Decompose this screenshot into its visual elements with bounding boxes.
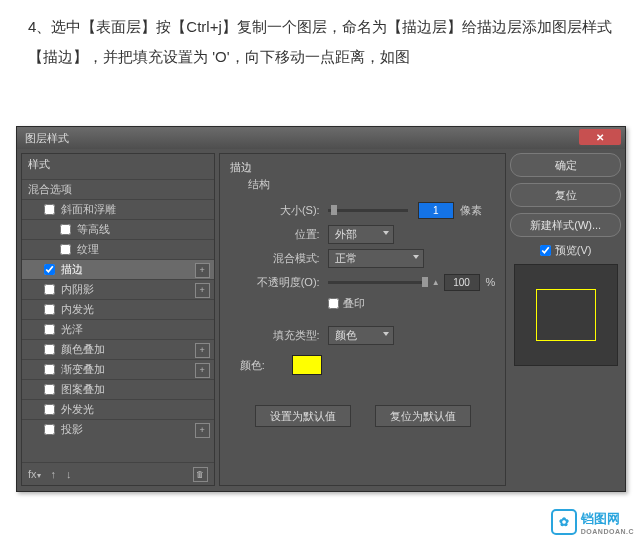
inner-glow-row[interactable]: 内发光	[22, 299, 214, 319]
preview-box	[514, 264, 618, 366]
overprint-row[interactable]: 叠印	[328, 296, 496, 311]
filltype-value: 颜色	[335, 328, 357, 343]
inner-glow-check[interactable]	[44, 304, 55, 315]
inner-shadow-check[interactable]	[44, 284, 55, 295]
preview-check[interactable]	[540, 245, 551, 256]
overprint-check[interactable]	[328, 298, 339, 309]
size-unit: 像素	[460, 203, 482, 218]
size-label: 大小(S):	[230, 203, 320, 218]
bevel-row[interactable]: 斜面和浮雕	[22, 199, 214, 219]
row-label: 投影	[61, 422, 83, 437]
close-icon: ✕	[596, 132, 604, 143]
stroke-check[interactable]	[44, 264, 55, 275]
opacity-field[interactable]: 100	[444, 274, 480, 291]
styles-header: 样式	[22, 154, 214, 179]
overprint-label: 叠印	[343, 296, 365, 311]
watermark-icon: ✿	[551, 509, 577, 535]
chevron-down-icon	[383, 332, 389, 336]
drop-shadow-check[interactable]	[44, 424, 55, 435]
gradient-overlay-check[interactable]	[44, 364, 55, 375]
pattern-overlay-check[interactable]	[44, 384, 55, 395]
styles-footer: fx▾ ↑ ↓ 🗑	[22, 462, 214, 485]
row-label: 外发光	[61, 402, 94, 417]
panel-title: 描边	[230, 160, 496, 175]
styles-list: 样式 混合选项 斜面和浮雕 等高线 纹理 描边+ 内阴影+ 内发光 光泽 颜色叠…	[21, 153, 215, 486]
watermark: ✿ 铛图网 DOANDOAN.C	[551, 509, 634, 535]
blendmode-dropdown[interactable]: 正常	[328, 249, 424, 268]
satin-check[interactable]	[44, 324, 55, 335]
row-label: 等高线	[77, 222, 110, 237]
row-label: 内阴影	[61, 282, 94, 297]
preview-row[interactable]: 预览(V)	[510, 243, 621, 258]
add-ishadow-button[interactable]: +	[195, 283, 210, 298]
texture-check[interactable]	[60, 244, 71, 255]
blendmode-value: 正常	[335, 251, 357, 266]
satin-row[interactable]: 光泽	[22, 319, 214, 339]
blending-options-row[interactable]: 混合选项	[22, 179, 214, 199]
dialog-title: 图层样式	[25, 131, 69, 146]
close-button[interactable]: ✕	[579, 129, 621, 145]
row-label: 颜色叠加	[61, 342, 105, 357]
chevron-down-icon	[413, 255, 419, 259]
size-slider[interactable]	[328, 209, 408, 212]
blendmode-label: 混合模式:	[230, 251, 320, 266]
gradient-overlay-row[interactable]: 渐变叠加+	[22, 359, 214, 379]
color-swatch[interactable]	[292, 355, 322, 375]
watermark-sub: DOANDOAN.C	[581, 528, 634, 535]
watermark-text: 铛图网	[581, 510, 634, 528]
chevron-down-icon	[383, 231, 389, 235]
inner-shadow-row[interactable]: 内阴影+	[22, 279, 214, 299]
add-gradient-button[interactable]: +	[195, 363, 210, 378]
make-default-button[interactable]: 设置为默认值	[255, 405, 351, 427]
texture-row[interactable]: 纹理	[22, 239, 214, 259]
filltype-label: 填充类型:	[230, 328, 320, 343]
trash-icon[interactable]: 🗑	[193, 467, 208, 482]
row-label: 纹理	[77, 242, 99, 257]
instruction-text: 4、选中【表面层】按【Ctrl+j】复制一个图层，命名为【描边层】给描边层添加图…	[0, 0, 640, 82]
right-column: 确定 复位 新建样式(W)... 预览(V)	[510, 153, 621, 486]
color-overlay-check[interactable]	[44, 344, 55, 355]
outer-glow-check[interactable]	[44, 404, 55, 415]
color-label: 颜色:	[240, 358, 284, 373]
add-stroke-button[interactable]: +	[195, 263, 210, 278]
pattern-overlay-row[interactable]: 图案叠加	[22, 379, 214, 399]
row-label: 混合选项	[28, 182, 72, 197]
reset-default-button[interactable]: 复位为默认值	[375, 405, 471, 427]
structure-label: 结构	[248, 177, 496, 192]
row-label: 渐变叠加	[61, 362, 105, 377]
down-arrow-icon[interactable]: ↓	[66, 468, 72, 480]
position-dropdown[interactable]: 外部	[328, 225, 394, 244]
opacity-slider[interactable]	[328, 281, 428, 284]
row-label: 描边	[61, 262, 83, 277]
ok-button[interactable]: 确定	[510, 153, 621, 177]
bevel-check[interactable]	[44, 204, 55, 215]
preview-rect	[536, 289, 596, 341]
size-field[interactable]: 1	[418, 202, 454, 219]
stroke-row[interactable]: 描边+	[22, 259, 214, 279]
position-value: 外部	[335, 227, 357, 242]
opacity-unit: %	[486, 276, 496, 288]
row-label: 内发光	[61, 302, 94, 317]
fx-icon[interactable]: fx▾	[28, 468, 41, 480]
color-overlay-row[interactable]: 颜色叠加+	[22, 339, 214, 359]
up-arrow-icon[interactable]: ↑	[51, 468, 57, 480]
row-label: 斜面和浮雕	[61, 202, 116, 217]
filltype-dropdown[interactable]: 颜色	[328, 326, 394, 345]
cancel-button[interactable]: 复位	[510, 183, 621, 207]
row-label: 光泽	[61, 322, 83, 337]
dialog-titlebar[interactable]: 图层样式 ✕	[17, 127, 625, 149]
new-style-button[interactable]: 新建样式(W)...	[510, 213, 621, 237]
stroke-panel: 描边 结构 大小(S): 1 像素 位置: 外部 混合模式: 正常	[219, 153, 507, 486]
contour-row[interactable]: 等高线	[22, 219, 214, 239]
add-color-button[interactable]: +	[195, 343, 210, 358]
opacity-label: 不透明度(O):	[230, 275, 320, 290]
position-label: 位置:	[230, 227, 320, 242]
contour-check[interactable]	[60, 224, 71, 235]
preview-label: 预览(V)	[555, 243, 592, 258]
outer-glow-row[interactable]: 外发光	[22, 399, 214, 419]
add-dshadow-button[interactable]: +	[195, 423, 210, 438]
slider-tick-icon: ▲	[432, 278, 440, 287]
row-label: 图案叠加	[61, 382, 105, 397]
drop-shadow-row[interactable]: 投影+	[22, 419, 214, 439]
layer-style-dialog: 图层样式 ✕ 样式 混合选项 斜面和浮雕 等高线 纹理 描边+ 内阴影+ 内发光…	[16, 126, 626, 492]
